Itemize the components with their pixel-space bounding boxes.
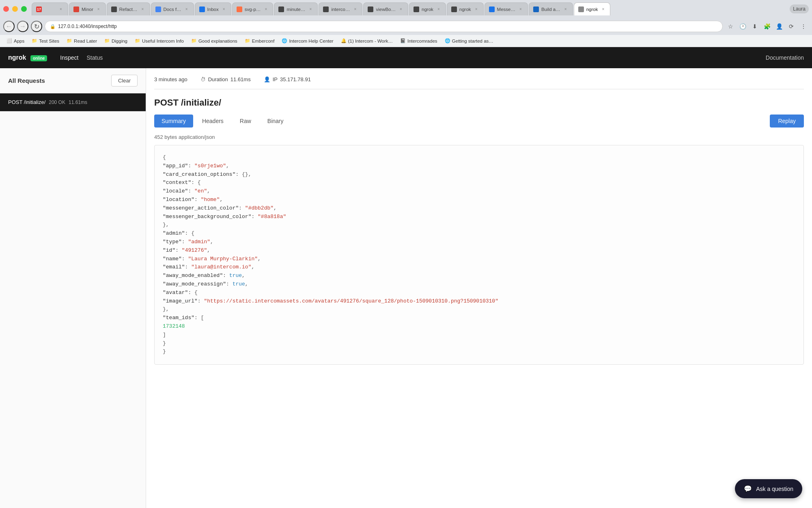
tab-label: Docs f… — [164, 7, 181, 12]
clear-button[interactable]: Clear — [111, 75, 138, 86]
json-line: "avatar": { — [163, 289, 795, 297]
tab-close-icon[interactable]: × — [436, 6, 442, 12]
bookmark-label: Intercom Help Center — [289, 39, 333, 43]
tab-close-icon[interactable]: × — [518, 6, 523, 12]
tab-close-icon[interactable]: × — [308, 6, 313, 12]
tab-close-icon[interactable]: × — [474, 6, 479, 12]
browser-tab-tab-8[interactable]: interco…× — [319, 2, 362, 15]
browser-tab-tab-2[interactable]: Minor× — [69, 2, 106, 15]
tab-favicon — [323, 6, 329, 12]
url-bar-row: ← → ↻ 🔒 127.0.0.1:4040/inspect/http ☆ 🕐 … — [0, 18, 812, 35]
detail-tab-binary[interactable]: Binary — [260, 115, 291, 128]
browser-tab-tab-10[interactable]: ngrok× — [409, 2, 446, 15]
maximize-button[interactable] — [21, 6, 27, 12]
bookmark-item[interactable]: 📁Emberconf — [241, 37, 278, 45]
tab-favicon — [451, 6, 457, 12]
ask-question-button[interactable]: 💬 Ask a question — [735, 479, 802, 498]
sync-icon[interactable]: ⟳ — [786, 21, 797, 32]
tab-label: interco… — [331, 7, 350, 12]
menu-icon[interactable]: ⋮ — [798, 21, 809, 32]
tab-close-icon[interactable]: × — [58, 6, 64, 12]
bookmark-item[interactable]: 📓Intercomrades — [397, 37, 441, 45]
profile-icon[interactable]: 👤 — [774, 21, 784, 32]
bookmark-label: Digging — [112, 39, 127, 43]
close-button[interactable] — [3, 6, 9, 12]
bookmark-icon: 🌐 — [282, 38, 287, 43]
tab-close-icon[interactable]: × — [352, 6, 358, 12]
history-icon[interactable]: 🕐 — [737, 21, 748, 32]
bookmark-item[interactable]: 📁Useful Intercom Info — [131, 37, 187, 45]
back-button[interactable]: ← — [3, 21, 15, 32]
tab-label: ngrok — [422, 7, 433, 12]
browser-tab-tab-4[interactable]: Docs f…× — [151, 2, 194, 15]
browser-tab-tab-1[interactable]: 17× — [32, 2, 68, 15]
bookmark-item[interactable]: 🔔(1) Intercom - Work… — [338, 37, 396, 45]
nav-link-status[interactable]: Status — [84, 53, 106, 63]
bookmark-label: Useful Intercom Info — [142, 39, 184, 43]
browser-tab-tab-9[interactable]: viewBo…× — [363, 2, 408, 15]
json-line: "messenger_action_color": "#dbb2db", — [163, 204, 795, 213]
bookmark-label: Apps — [14, 39, 24, 43]
nav-link-inspect[interactable]: Inspect — [57, 53, 82, 63]
toolbar-icons: ☆ 🕐 ⬇ 🧩 👤 ⟳ ⋮ — [725, 21, 809, 32]
json-line: }, — [163, 221, 795, 229]
replay-button[interactable]: Replay — [770, 115, 804, 128]
bookmark-item[interactable]: 📁Digging — [101, 37, 131, 45]
tab-label: viewBo… — [376, 7, 396, 12]
request-meta: 3 minutes ago ⏱ Duration 11.61ms 👤 IP 35… — [154, 76, 804, 89]
browser-tab-tab-3[interactable]: Refact…× — [107, 2, 150, 15]
browser-tab-tab-14[interactable]: ngrok× — [574, 2, 611, 15]
json-line: "team_ids": [ — [163, 314, 795, 322]
json-line: } — [163, 339, 795, 348]
tab-close-icon[interactable]: × — [221, 6, 227, 12]
request-item[interactable]: POST /initialize/ 200 OK 11.61ms — [0, 93, 146, 111]
tab-label: ngrok — [586, 7, 598, 12]
duration-item: ⏱ Duration 11.61ms — [200, 76, 251, 82]
url-bar[interactable]: 🔒 127.0.0.1:4040/inspect/http — [45, 21, 723, 32]
window-controls — [3, 6, 27, 12]
browser-tab-tab-12[interactable]: Messe…× — [485, 2, 528, 15]
bookmark-icon: 📁 — [104, 38, 110, 43]
reload-button[interactable]: ↻ — [31, 21, 42, 32]
detail-tab-headers[interactable]: Headers — [195, 115, 231, 128]
download-icon[interactable]: ⬇ — [750, 21, 760, 32]
bookmark-label: Good explanations — [198, 39, 237, 43]
browser-frame: 17×Minor×Refact…×Docs f…×Inbox×svg-p…×mi… — [0, 0, 812, 508]
detail-tab-raw[interactable]: Raw — [233, 115, 258, 128]
bookmark-item[interactable]: 📁Test Sites — [28, 37, 62, 45]
bookmark-item[interactable]: 🌐Intercom Help Center — [278, 37, 336, 45]
documentation-link[interactable]: Documentation — [766, 54, 804, 61]
bookmark-item[interactable]: 🌐Getting started as… — [442, 37, 497, 45]
bookmark-label: Getting started as… — [452, 39, 493, 43]
tab-close-icon[interactable]: × — [96, 6, 101, 12]
browser-tab-tab-11[interactable]: ngrok× — [447, 2, 484, 15]
extension-icon[interactable]: 🧩 — [762, 21, 772, 32]
browser-tab-tab-5[interactable]: Inbox× — [195, 2, 231, 15]
browser-tab-tab-13[interactable]: Build a…× — [529, 2, 573, 15]
bookmark-item[interactable]: 📁Good explanations — [188, 37, 241, 45]
tab-close-icon[interactable]: × — [263, 6, 269, 12]
tab-close-icon[interactable]: × — [140, 6, 146, 12]
detail-tab-summary[interactable]: Summary — [154, 115, 193, 128]
ask-question-label: Ask a question — [756, 486, 793, 492]
json-line: "location": "home", — [163, 196, 795, 204]
browser-tab-tab-7[interactable]: minute…× — [274, 2, 318, 15]
bookmark-icon: 📓 — [400, 38, 406, 43]
minimize-button[interactable] — [12, 6, 18, 12]
tab-label: ngrok — [459, 7, 471, 12]
bookmark-item[interactable]: 📁Read Later — [63, 37, 100, 45]
tab-close-icon[interactable]: × — [184, 6, 190, 12]
forward-button[interactable]: → — [17, 21, 28, 32]
tab-favicon — [489, 6, 495, 12]
tab-close-icon[interactable]: × — [398, 6, 404, 12]
tab-favicon — [199, 6, 205, 12]
tab-close-icon[interactable]: × — [563, 6, 569, 12]
bookmark-icon[interactable]: ☆ — [725, 21, 736, 32]
bookmark-item[interactable]: ⬜Apps — [3, 37, 28, 45]
tab-close-icon[interactable]: × — [600, 6, 606, 12]
browser-tab-tab-6[interactable]: svg-p…× — [232, 2, 274, 15]
bookmark-label: Read Later — [74, 39, 97, 43]
url-text: 127.0.0.1:4040/inspect/http — [58, 24, 717, 29]
json-viewer: { "app_id": "s0rje1wo", "card_creation_o… — [154, 145, 804, 365]
tab-label: Build a… — [541, 7, 560, 12]
